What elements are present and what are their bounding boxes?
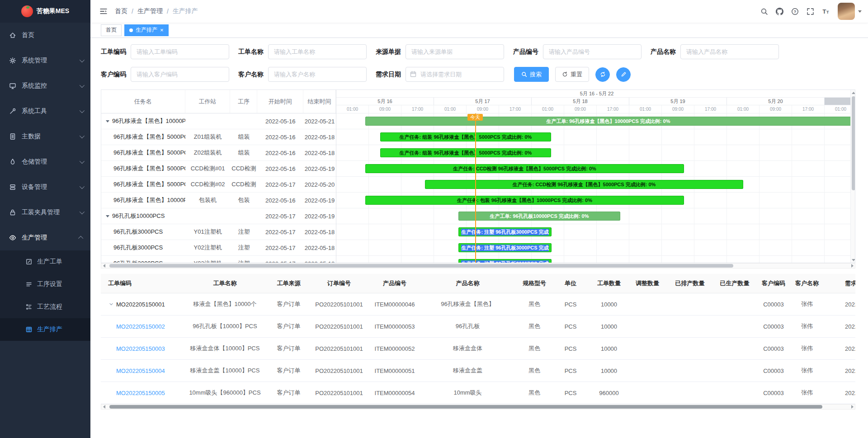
gantt-task-row[interactable]: 96孔移液盒【黑色】5000PCSZ01组装机组装2022-05-162022-…	[101, 129, 336, 145]
table-row[interactable]: MO202205150003移液盒盒体【10000】PCS客户订单PO20220…	[101, 338, 855, 360]
gantt-project-row[interactable]: 96孔孔板10000PCS2022-05-172022-05-19	[101, 208, 336, 224]
app-logo[interactable]: 苦糖果MES	[0, 0, 90, 23]
work-order-name-input[interactable]	[268, 44, 367, 59]
scroll-thumb[interactable]	[852, 96, 855, 190]
sidebar-item-home[interactable]: 首页	[0, 23, 90, 48]
scroll-track[interactable]	[107, 404, 849, 410]
work-order-code-link[interactable]: MO202205150003	[116, 345, 165, 352]
customer-name-input[interactable]	[268, 67, 367, 82]
task-start-time: 2022-05-17	[257, 181, 303, 188]
work-order-code-link[interactable]: MO202205150004	[116, 367, 165, 374]
sidebar-item-system-admin[interactable]: 系统管理	[0, 48, 90, 73]
gantt-task-bar[interactable]: 生产任务: CCD检测 96孔移液盒【黑色】5000PCS 完成比例: 0%	[365, 164, 684, 173]
sidebar-item-master-data[interactable]: 主数据	[0, 124, 90, 149]
sidebar-item-system-monitor[interactable]: 系统监控	[0, 73, 90, 99]
github-icon[interactable]	[773, 5, 786, 18]
gantt-task-row[interactable]: 96孔孔板3000PCSY02注塑机注塑2022-05-172022-05-18	[101, 240, 336, 256]
scroll-track[interactable]	[851, 95, 855, 257]
work-order-code-link[interactable]: MO202205150005	[116, 390, 165, 396]
gantt-bar-label: 生产任务: 组装 96孔移液盒【黑色】5000PCS 完成比例: 0%	[400, 150, 532, 156]
demand-date-input[interactable]	[406, 67, 504, 82]
scroll-track[interactable]	[107, 263, 849, 268]
gantt-task-bar[interactable]: 生产任务: 注塑 96孔孔板3000PCS 完成	[458, 227, 552, 236]
work-order-code-input[interactable]	[131, 44, 229, 59]
gantt-task-row[interactable]: 96孔移液盒【黑色】5000PCSZ02组装机组装2022-05-162022-…	[101, 145, 336, 161]
gantt-time-cell: 01:00	[629, 105, 662, 113]
gantt-task-bar[interactable]: 生产任务: 注塑 96孔孔板3000PCS 完成	[458, 259, 552, 263]
sidebar-item-fixture[interactable]: 工装夹具管理	[0, 200, 90, 225]
table-horizontal-scrollbar[interactable]	[101, 404, 855, 410]
user-menu[interactable]	[838, 3, 862, 20]
scroll-thumb[interactable]	[109, 264, 733, 268]
tab-close-icon[interactable]: ×	[160, 27, 164, 33]
work-order-code-link[interactable]: MO202205150002	[116, 323, 165, 330]
gantt-vertical-scrollbar[interactable]	[850, 90, 855, 263]
font-size-icon[interactable]: TT	[819, 5, 832, 18]
table-row[interactable]: MO20220515000296孔孔板【10000】PCS客户订单PO20220…	[101, 316, 855, 338]
gantt-task-bar[interactable]: 生产任务: 组装 96孔移液盒【黑色】5000PCS 完成比例: 0%	[380, 148, 551, 157]
gantt-project-bar[interactable]: 生产工单: 96孔移液盒【黑色】10000PCS 完成比例: 0%	[365, 117, 850, 126]
filter-actions: 搜索 重置	[514, 67, 631, 82]
gantt-range-label: 5月 16 - 5月 22	[336, 90, 850, 98]
table-column-header: 订单编号	[304, 279, 374, 287]
table-row[interactable]: MO202205150001移液盒【黑色】10000个客户订单PO2022051…	[101, 293, 855, 316]
gantt-task-bar[interactable]: 生产任务: 组装 96孔移液盒【黑色】5000PCS 完成比例: 0%	[380, 132, 551, 141]
gantt-project-row[interactable]: 96孔移液盒【黑色】10000PCS2022-05-162022-05-21	[101, 113, 336, 129]
hamburger-icon[interactable]	[98, 5, 109, 17]
work-order-code-link[interactable]: MO202205150001	[116, 301, 165, 308]
gantt-task-bar[interactable]: 生产任务: CCD检测 96孔移液盒【黑色】5000PCS 完成比例: 0%	[425, 180, 743, 189]
scroll-up-arrow[interactable]	[851, 90, 855, 95]
scroll-down-arrow[interactable]	[851, 257, 855, 263]
sidebar-item-production[interactable]: 生产管理	[0, 225, 90, 250]
fullscreen-icon[interactable]	[803, 5, 817, 18]
expand-triangle-icon[interactable]	[106, 120, 109, 122]
sidebar-item-process-settings[interactable]: 工序设置	[0, 273, 90, 296]
sidebar-item-work-order[interactable]: 生产工单	[0, 250, 90, 273]
breadcrumb-home[interactable]: 首页	[115, 7, 127, 15]
row-expand-caret-icon[interactable]	[108, 301, 114, 307]
gantt-day-cell: 5月 20	[727, 98, 825, 105]
sidebar-item-equipment[interactable]: 设备管理	[0, 174, 90, 200]
sidebar-item-process-flow[interactable]: 工艺流程	[0, 296, 90, 318]
gantt-time-cell: 17:00	[792, 105, 825, 113]
filter-label: 产品名称	[651, 48, 676, 56]
sidebar-item-label: 工艺流程	[37, 303, 62, 311]
svg-text:T: T	[826, 9, 829, 14]
expand-triangle-icon[interactable]	[106, 215, 109, 217]
gantt-task-row[interactable]: 96孔孔板3000PCSY03注塑机注塑2022-05-172022-05-18	[101, 256, 336, 263]
scroll-left-arrow[interactable]	[101, 404, 107, 410]
scroll-right-arrow[interactable]	[849, 404, 855, 410]
source-doc-input[interactable]	[406, 44, 504, 59]
sidebar-item-production-scheduling[interactable]: 生产排产	[0, 318, 90, 341]
tab-home[interactable]: 首页	[101, 24, 122, 36]
gantt-horizontal-scrollbar[interactable]	[101, 263, 855, 268]
scroll-thumb[interactable]	[109, 405, 822, 409]
customer-code-input[interactable]	[131, 67, 229, 82]
reset-button[interactable]: 重置	[555, 67, 589, 82]
help-icon[interactable]: ?	[788, 5, 802, 18]
avatar[interactable]	[838, 3, 855, 20]
refresh-circle-button[interactable]	[595, 67, 610, 82]
cell-source: 客户订单	[274, 367, 304, 375]
sidebar-item-system-tools[interactable]: 系统工具	[0, 99, 90, 124]
gantt-task-row[interactable]: 96孔移液盒【黑色】5000PCSCCD检测#01CCD检测2022-05-16…	[101, 161, 336, 177]
edit-circle-button[interactable]	[616, 67, 631, 82]
breadcrumb-production-management[interactable]: 生产管理	[137, 7, 163, 15]
table-row[interactable]: MO202205150004移液盒盒盖【10000】PCS客户订单PO20220…	[101, 360, 855, 382]
active-dot	[129, 28, 133, 32]
tab-production-scheduling[interactable]: 生产排产 ×	[124, 24, 169, 36]
gantt-project-bar[interactable]: 生产工单: 96孔孔板10000PCS 完成比例: 0%	[458, 212, 620, 221]
product-name-input[interactable]	[680, 44, 779, 59]
scroll-left-arrow[interactable]	[101, 263, 107, 268]
gantt-task-row[interactable]: 96孔孔板3000PCSY01注塑机注塑2022-05-172022-05-18	[101, 224, 336, 240]
search-button[interactable]: 搜索	[514, 67, 549, 82]
sidebar-item-warehouse[interactable]: 仓储管理	[0, 149, 90, 174]
table-row[interactable]: MO20220515000510mm吸头【960000】PCS客户订单PO202…	[101, 382, 855, 404]
gantt-task-row[interactable]: 96孔移液盒【黑色】5000PCSCCD检测#02CCD检测2022-05-17…	[101, 177, 336, 193]
gantt-task-bar[interactable]: 生产任务: 包装 96孔移液盒【黑色】10000PCS 完成比例: 0%	[365, 196, 684, 205]
product-code-input[interactable]	[543, 44, 642, 59]
gantt-task-row[interactable]: 96孔移液盒【黑色】10000PCS包装机包装2022-05-162022-05…	[101, 193, 336, 208]
search-icon[interactable]	[757, 5, 771, 18]
gantt-task-bar[interactable]: 生产任务: 注塑 96孔孔板3000PCS 完成	[458, 243, 552, 252]
scroll-right-arrow[interactable]	[849, 263, 855, 268]
